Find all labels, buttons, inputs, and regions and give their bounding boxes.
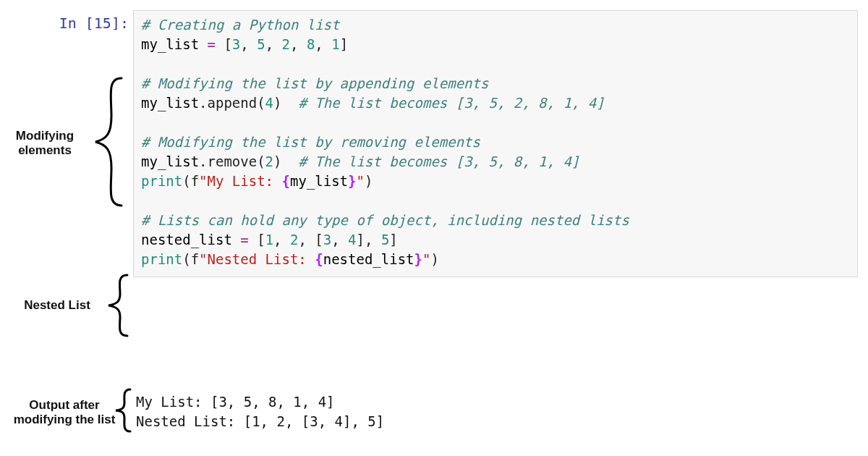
output-cell: My List: [3, 5, 8, 1, 4] Nested List: [1…: [136, 392, 384, 431]
code-comment: # Modifying the list by appending elemen…: [141, 75, 488, 91]
output-line: My List: [3, 5, 8, 1, 4]: [136, 394, 335, 410]
curly-brace-icon: [107, 387, 136, 434]
code-num: 3: [232, 36, 240, 52]
in-label: In [: [59, 14, 94, 32]
code-comment: # Modifying the list by removing element…: [141, 134, 480, 150]
execution-count: 15: [94, 14, 111, 32]
code-op: =: [199, 36, 224, 52]
curly-brace-icon: [100, 272, 133, 339]
input-prompt: In [15]:: [51, 14, 129, 32]
code-cell[interactable]: # Creating a Python list my_list = [3, 5…: [133, 10, 858, 277]
output-line: Nested List: [1, 2, [3, 4], 5]: [136, 413, 384, 429]
code-pun: [: [224, 36, 231, 52]
code-comment: # Creating a Python list: [141, 17, 340, 33]
annotation-nested-list: Nested List: [17, 298, 97, 313]
in-close: ]:: [111, 14, 129, 32]
code-comment: # Lists can hold any type of object, inc…: [141, 212, 629, 228]
code-var: my_list: [141, 36, 199, 52]
curly-brace-icon: [85, 74, 129, 210]
annotation-modifying-elements: Modifying elements: [9, 129, 81, 159]
